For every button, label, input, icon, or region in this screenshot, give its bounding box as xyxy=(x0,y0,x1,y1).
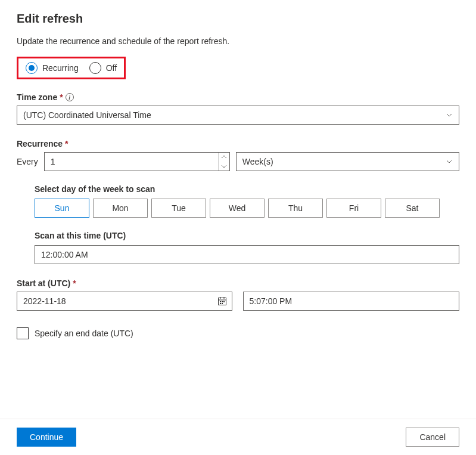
radio-recurring-label: Recurring xyxy=(42,63,79,73)
days-label: Select day of the week to scan xyxy=(35,184,459,194)
day-btn-tue[interactable]: Tue xyxy=(151,199,206,218)
spinner-down-icon[interactable] xyxy=(219,162,229,171)
svg-rect-6 xyxy=(223,301,225,302)
cancel-button[interactable]: Cancel xyxy=(406,428,459,447)
spinner-up-icon[interactable] xyxy=(219,153,229,162)
chevron-down-icon xyxy=(446,158,453,165)
radio-off[interactable]: Off xyxy=(89,62,117,74)
day-btn-wed[interactable]: Wed xyxy=(210,199,265,218)
start-time-input[interactable]: 5:07:00 PM xyxy=(243,292,460,311)
schedule-type-radio-group: Recurring Off xyxy=(17,57,126,79)
radio-recurring[interactable]: Recurring xyxy=(26,62,79,74)
timezone-label: Time zone * i xyxy=(17,92,459,102)
calendar-icon[interactable] xyxy=(217,296,227,306)
start-time-value: 5:07:00 PM xyxy=(250,296,293,306)
page-subtitle: Update the recurrence and schedule of th… xyxy=(17,36,459,46)
recurrence-unit-value: Week(s) xyxy=(242,157,273,166)
required-asterisk: * xyxy=(73,278,76,288)
day-btn-sat[interactable]: Sat xyxy=(385,199,440,218)
radio-off-label: Off xyxy=(106,63,117,73)
required-asterisk: * xyxy=(65,139,68,148)
radio-circle-icon xyxy=(26,62,38,74)
end-date-label: Specify an end date (UTC) xyxy=(35,329,133,338)
svg-rect-4 xyxy=(220,301,221,302)
recurrence-section: Recurrence * Every 1 Week(s) xyxy=(17,139,459,264)
svg-rect-7 xyxy=(220,303,221,304)
page-title: Edit refresh xyxy=(17,12,459,26)
footer: Continue Cancel xyxy=(0,419,476,455)
day-btn-thu[interactable]: Thu xyxy=(268,199,323,218)
day-buttons: Sun Mon Tue Wed Thu Fri Sat xyxy=(35,199,459,218)
scan-time-section: Scan at this time (UTC) 12:00:00 AM xyxy=(35,231,459,264)
recurrence-count-input[interactable]: 1 xyxy=(44,152,230,171)
scan-time-input[interactable]: 12:00:00 AM xyxy=(35,245,459,264)
scan-time-value: 12:00:00 AM xyxy=(41,250,88,259)
continue-button[interactable]: Continue xyxy=(17,428,76,447)
radio-dot-icon xyxy=(29,65,35,71)
start-at-label: Start at (UTC) * xyxy=(17,278,459,288)
scan-time-label: Scan at this time (UTC) xyxy=(35,231,459,240)
chevron-down-icon xyxy=(446,112,453,119)
timezone-label-text: Time zone xyxy=(17,92,57,102)
timezone-section: Time zone * i (UTC) Coordinated Universa… xyxy=(17,92,459,125)
day-btn-mon[interactable]: Mon xyxy=(93,199,148,218)
required-asterisk: * xyxy=(60,92,63,102)
radio-circle-icon xyxy=(89,62,101,74)
info-icon[interactable]: i xyxy=(66,93,74,101)
day-btn-fri[interactable]: Fri xyxy=(326,199,381,218)
spinner xyxy=(218,153,229,171)
start-at-label-text: Start at (UTC) xyxy=(17,278,70,288)
recurrence-row: Every 1 Week(s) xyxy=(17,152,459,171)
recurrence-label-text: Recurrence xyxy=(17,139,63,148)
end-date-checkbox[interactable] xyxy=(17,327,29,339)
every-label: Every xyxy=(17,157,38,166)
start-at-section: Start at (UTC) * 2022-11-18 xyxy=(17,278,459,311)
start-date-input[interactable]: 2022-11-18 xyxy=(17,292,232,311)
start-at-row: 2022-11-18 5:07:00 PM xyxy=(17,292,459,311)
recurrence-count-value: 1 xyxy=(51,157,55,166)
svg-rect-8 xyxy=(222,303,223,304)
day-btn-sun[interactable]: Sun xyxy=(35,199,89,218)
timezone-value: (UTC) Coordinated Universal Time xyxy=(23,110,151,120)
start-date-value: 2022-11-18 xyxy=(23,296,66,306)
recurrence-label: Recurrence * xyxy=(17,139,459,148)
days-section: Select day of the week to scan Sun Mon T… xyxy=(35,184,459,218)
timezone-select[interactable]: (UTC) Coordinated Universal Time xyxy=(17,106,459,125)
end-date-row: Specify an end date (UTC) xyxy=(17,327,459,339)
svg-rect-5 xyxy=(222,301,223,302)
recurrence-unit-select[interactable]: Week(s) xyxy=(236,152,459,171)
